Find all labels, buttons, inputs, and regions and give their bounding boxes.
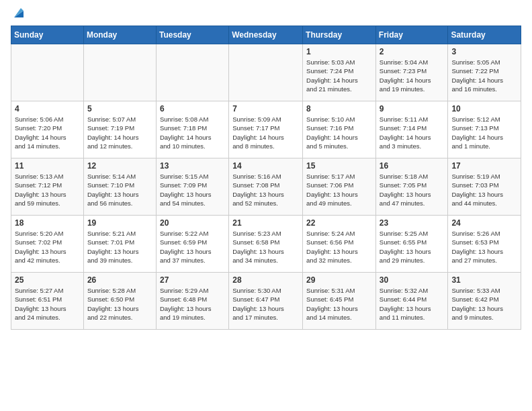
calendar-cell: 8Sunrise: 5:10 AM Sunset: 7:16 PM Daylig… <box>303 101 376 158</box>
day-info: Sunrise: 5:22 AM Sunset: 6:59 PM Dayligh… <box>160 229 225 265</box>
calendar-cell <box>156 44 228 101</box>
calendar-cell: 5Sunrise: 5:07 AM Sunset: 7:19 PM Daylig… <box>83 101 156 158</box>
day-info: Sunrise: 5:27 AM Sunset: 6:51 PM Dayligh… <box>15 286 80 322</box>
day-info: Sunrise: 5:30 AM Sunset: 6:47 PM Dayligh… <box>232 286 299 322</box>
day-info: Sunrise: 5:32 AM Sunset: 6:44 PM Dayligh… <box>380 286 445 322</box>
column-header-monday: Monday <box>83 26 156 44</box>
day-number: 18 <box>15 218 80 228</box>
calendar-cell: 23Sunrise: 5:25 AM Sunset: 6:55 PM Dayli… <box>375 216 448 273</box>
day-info: Sunrise: 5:08 AM Sunset: 7:18 PM Dayligh… <box>160 115 225 150</box>
day-info: Sunrise: 5:11 AM Sunset: 7:14 PM Dayligh… <box>380 115 445 150</box>
calendar-cell: 9Sunrise: 5:11 AM Sunset: 7:14 PM Daylig… <box>375 101 448 158</box>
day-number: 28 <box>232 275 299 285</box>
day-info: Sunrise: 5:33 AM Sunset: 6:42 PM Dayligh… <box>451 286 517 322</box>
day-number: 30 <box>380 275 445 285</box>
calendar-cell: 26Sunrise: 5:28 AM Sunset: 6:50 PM Dayli… <box>83 273 156 330</box>
day-number: 1 <box>306 47 372 56</box>
calendar-cell: 25Sunrise: 5:27 AM Sunset: 6:51 PM Dayli… <box>11 273 84 330</box>
day-number: 12 <box>87 161 152 171</box>
day-number: 31 <box>451 275 517 285</box>
calendar-cell: 21Sunrise: 5:23 AM Sunset: 6:58 PM Dayli… <box>229 216 303 273</box>
calendar-cell: 30Sunrise: 5:32 AM Sunset: 6:44 PM Dayli… <box>375 273 448 330</box>
calendar-header-row: SundayMondayTuesdayWednesdayThursdayFrid… <box>11 26 521 44</box>
calendar-cell: 29Sunrise: 5:31 AM Sunset: 6:45 PM Dayli… <box>303 273 376 330</box>
day-info: Sunrise: 5:13 AM Sunset: 7:12 PM Dayligh… <box>15 172 80 208</box>
day-number: 20 <box>160 218 225 228</box>
column-header-saturday: Saturday <box>448 26 521 44</box>
calendar-cell: 20Sunrise: 5:22 AM Sunset: 6:59 PM Dayli… <box>156 216 228 273</box>
calendar-cell: 12Sunrise: 5:14 AM Sunset: 7:10 PM Dayli… <box>83 158 156 216</box>
calendar-week-row: 18Sunrise: 5:20 AM Sunset: 7:02 PM Dayli… <box>11 216 521 273</box>
calendar-week-row: 11Sunrise: 5:13 AM Sunset: 7:12 PM Dayli… <box>11 158 521 216</box>
calendar-cell <box>83 44 156 101</box>
logo-icon <box>11 5 26 20</box>
page-header <box>11 11 521 20</box>
day-info: Sunrise: 5:20 AM Sunset: 7:02 PM Dayligh… <box>15 229 80 265</box>
day-number: 16 <box>380 161 445 171</box>
calendar-cell <box>11 44 84 101</box>
day-number: 3 <box>451 47 517 56</box>
calendar-cell: 22Sunrise: 5:24 AM Sunset: 6:56 PM Dayli… <box>303 216 376 273</box>
calendar-cell: 4Sunrise: 5:06 AM Sunset: 7:20 PM Daylig… <box>11 101 84 158</box>
column-header-sunday: Sunday <box>11 26 84 44</box>
day-number: 14 <box>232 161 299 171</box>
day-info: Sunrise: 5:14 AM Sunset: 7:10 PM Dayligh… <box>87 172 152 208</box>
calendar-cell <box>229 44 303 101</box>
calendar-cell: 16Sunrise: 5:18 AM Sunset: 7:05 PM Dayli… <box>375 158 448 216</box>
calendar-cell: 13Sunrise: 5:15 AM Sunset: 7:09 PM Dayli… <box>156 158 228 216</box>
calendar-cell: 2Sunrise: 5:04 AM Sunset: 7:23 PM Daylig… <box>375 44 448 101</box>
day-info: Sunrise: 5:07 AM Sunset: 7:19 PM Dayligh… <box>87 115 152 150</box>
day-info: Sunrise: 5:15 AM Sunset: 7:09 PM Dayligh… <box>160 172 225 208</box>
logo <box>11 11 26 20</box>
day-info: Sunrise: 5:31 AM Sunset: 6:45 PM Dayligh… <box>306 286 372 322</box>
calendar-cell: 24Sunrise: 5:26 AM Sunset: 6:53 PM Dayli… <box>448 216 521 273</box>
day-info: Sunrise: 5:09 AM Sunset: 7:17 PM Dayligh… <box>232 115 299 150</box>
column-header-wednesday: Wednesday <box>229 26 303 44</box>
calendar-cell: 31Sunrise: 5:33 AM Sunset: 6:42 PM Dayli… <box>448 273 521 330</box>
calendar-cell: 7Sunrise: 5:09 AM Sunset: 7:17 PM Daylig… <box>229 101 303 158</box>
day-number: 2 <box>380 47 445 56</box>
calendar-cell: 19Sunrise: 5:21 AM Sunset: 7:01 PM Dayli… <box>83 216 156 273</box>
day-info: Sunrise: 5:12 AM Sunset: 7:13 PM Dayligh… <box>451 115 517 150</box>
calendar-cell: 27Sunrise: 5:29 AM Sunset: 6:48 PM Dayli… <box>156 273 228 330</box>
day-number: 6 <box>160 104 225 113</box>
calendar-cell: 1Sunrise: 5:03 AM Sunset: 7:24 PM Daylig… <box>303 44 376 101</box>
day-info: Sunrise: 5:21 AM Sunset: 7:01 PM Dayligh… <box>87 229 152 265</box>
day-number: 23 <box>380 218 445 228</box>
column-header-thursday: Thursday <box>303 26 376 44</box>
day-number: 5 <box>87 104 152 113</box>
day-number: 29 <box>306 275 372 285</box>
day-info: Sunrise: 5:18 AM Sunset: 7:05 PM Dayligh… <box>380 172 445 208</box>
day-info: Sunrise: 5:10 AM Sunset: 7:16 PM Dayligh… <box>306 115 372 150</box>
column-header-tuesday: Tuesday <box>156 26 228 44</box>
day-info: Sunrise: 5:23 AM Sunset: 6:58 PM Dayligh… <box>232 229 299 265</box>
column-header-friday: Friday <box>375 26 448 44</box>
day-info: Sunrise: 5:04 AM Sunset: 7:23 PM Dayligh… <box>380 58 445 93</box>
day-number: 24 <box>451 218 517 228</box>
day-info: Sunrise: 5:29 AM Sunset: 6:48 PM Dayligh… <box>160 286 225 322</box>
day-number: 25 <box>15 275 80 285</box>
day-number: 27 <box>160 275 225 285</box>
day-number: 22 <box>306 218 372 228</box>
calendar-cell: 18Sunrise: 5:20 AM Sunset: 7:02 PM Dayli… <box>11 216 84 273</box>
day-number: 7 <box>232 104 299 113</box>
day-number: 17 <box>451 161 517 171</box>
day-info: Sunrise: 5:03 AM Sunset: 7:24 PM Dayligh… <box>306 58 372 93</box>
day-info: Sunrise: 5:26 AM Sunset: 6:53 PM Dayligh… <box>451 229 517 265</box>
calendar-cell: 10Sunrise: 5:12 AM Sunset: 7:13 PM Dayli… <box>448 101 521 158</box>
day-number: 19 <box>87 218 152 228</box>
day-number: 26 <box>87 275 152 285</box>
day-info: Sunrise: 5:24 AM Sunset: 6:56 PM Dayligh… <box>306 229 372 265</box>
day-info: Sunrise: 5:25 AM Sunset: 6:55 PM Dayligh… <box>380 229 445 265</box>
calendar-week-row: 4Sunrise: 5:06 AM Sunset: 7:20 PM Daylig… <box>11 101 521 158</box>
day-info: Sunrise: 5:05 AM Sunset: 7:22 PM Dayligh… <box>451 58 517 93</box>
calendar-cell: 11Sunrise: 5:13 AM Sunset: 7:12 PM Dayli… <box>11 158 84 216</box>
day-info: Sunrise: 5:28 AM Sunset: 6:50 PM Dayligh… <box>87 286 152 322</box>
day-number: 8 <box>306 104 372 113</box>
day-number: 9 <box>380 104 445 113</box>
calendar-week-row: 25Sunrise: 5:27 AM Sunset: 6:51 PM Dayli… <box>11 273 521 330</box>
day-number: 10 <box>451 104 517 113</box>
day-number: 11 <box>15 161 80 171</box>
day-number: 21 <box>232 218 299 228</box>
calendar-cell: 14Sunrise: 5:16 AM Sunset: 7:08 PM Dayli… <box>229 158 303 216</box>
